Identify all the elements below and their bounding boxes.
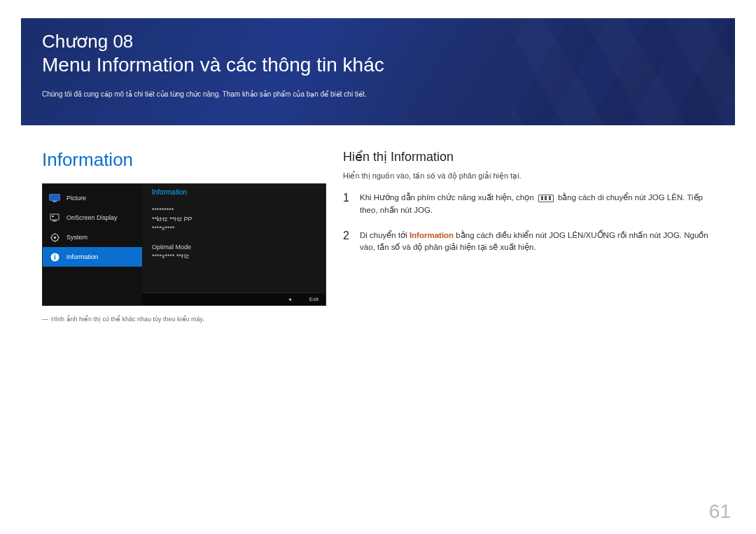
osd-info-line: ****x**** — [152, 224, 316, 233]
note-text: Hình ảnh hiển thị có thể khác nhau tùy t… — [51, 316, 204, 323]
step-text-pre: Khi Hướng dẫn phím chức năng xuất hiện, … — [360, 193, 536, 202]
osd-info-line: ****x**** **Hz — [152, 252, 316, 261]
osd-menu-label: Picture — [66, 195, 86, 202]
osd-menu-label: Information — [66, 253, 98, 260]
step-1: 1 Khi Hướng dẫn phím chức năng xuất hiện… — [343, 192, 714, 217]
osd-info-block: ********* **kHz **Hz PP ****x**** Optima… — [152, 206, 316, 261]
step-body: Di chuyển tới Information bằng cách điều… — [360, 230, 714, 255]
osd-menu-item-system: System — [43, 227, 142, 247]
step-text-pre: Di chuyển tới — [360, 231, 410, 239]
svg-rect-2 — [50, 214, 59, 220]
step-highlight: Information — [410, 231, 454, 239]
osd-detail-title: Information — [152, 188, 316, 196]
osd-screenshot: Picture OnScreen Display System — [42, 183, 326, 306]
step-2: 2 Di chuyển tới Information bằng cách đi… — [343, 230, 714, 255]
osd-menu-item-picture: Picture — [43, 188, 142, 208]
step-body: Khi Hướng dẫn phím chức năng xuất hiện, … — [360, 192, 714, 217]
osd-footer-exit: Exit — [309, 296, 318, 302]
note-dash: ― — [42, 316, 48, 323]
monitor-icon — [48, 193, 61, 203]
osd-footer-arrow-icon: ◂ — [288, 296, 291, 302]
section-heading-display-info: Hiển thị Information — [343, 149, 714, 164]
onscreen-icon — [48, 213, 61, 223]
section-subtext: Hiển thị nguồn vào, tần số và độ phân gi… — [343, 171, 714, 181]
menu-bars-icon — [538, 195, 554, 202]
svg-rect-0 — [50, 195, 60, 201]
step-number: 2 — [343, 230, 360, 255]
osd-info-line: **kHz **Hz PP — [152, 215, 316, 224]
right-column: Hiển thị Information Hiển thị nguồn vào,… — [326, 149, 714, 323]
left-column: Information Picture OnScreen Display — [42, 149, 326, 323]
banner-pattern — [511, 18, 735, 125]
info-icon: i — [48, 252, 61, 262]
svg-text:i: i — [54, 253, 56, 261]
svg-rect-1 — [52, 201, 57, 202]
step-list: 1 Khi Hướng dẫn phím chức năng xuất hiện… — [343, 192, 714, 254]
osd-menu-item-information: i Information — [43, 247, 142, 267]
osd-note: ―Hình ảnh hiển thị có thể khác nhau tùy … — [42, 316, 326, 323]
chapter-banner: Chương 08 Menu Information và các thông … — [21, 18, 735, 125]
osd-menu-label: OnScreen Display — [66, 214, 118, 221]
gear-icon — [48, 232, 61, 242]
osd-detail-panel: Information ********* **kHz **Hz PP ****… — [142, 184, 326, 305]
osd-footer: ◂ Exit — [142, 293, 326, 305]
osd-info-line: Optimal Mode — [152, 243, 316, 252]
section-heading-information: Information — [42, 149, 326, 171]
content-row: Information Picture OnScreen Display — [21, 125, 735, 323]
osd-info-line: ********* — [152, 206, 316, 215]
svg-rect-4 — [52, 220, 57, 221]
osd-menu-list: Picture OnScreen Display System — [43, 184, 142, 305]
svg-rect-3 — [52, 216, 54, 217]
svg-point-6 — [53, 236, 56, 239]
osd-menu-label: System — [66, 234, 88, 241]
osd-menu-item-onscreendisplay: OnScreen Display — [43, 208, 142, 227]
page-number: 61 — [709, 500, 731, 523]
step-number: 1 — [343, 192, 360, 217]
page: Chương 08 Menu Information và các thông … — [0, 0, 756, 534]
